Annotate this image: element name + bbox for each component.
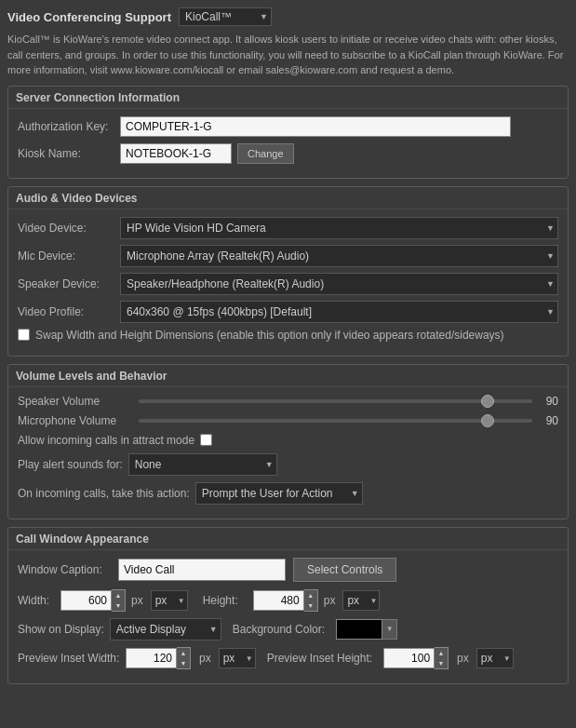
width-increment-btn[interactable]: ▲ — [112, 590, 125, 600]
height-spinner: ▲ ▼ — [253, 589, 318, 612]
show-display-wrapper: Active DisplayPrimarySecondary — [110, 618, 221, 640]
mic-volume-slider-container — [139, 419, 532, 423]
video-device-row: Video Device: HP Wide Vision HD Camera — [18, 217, 558, 239]
mic-volume-label: Microphone Volume — [18, 414, 139, 427]
preview-width-unit-select[interactable]: px — [219, 648, 256, 668]
height-input[interactable] — [253, 590, 304, 611]
speaker-device-label: Speaker Device: — [18, 277, 120, 290]
video-profile-label: Video Profile: — [18, 305, 120, 318]
kiosk-name-row: Kiosk Name: Change — [18, 143, 558, 164]
preview-height-label: Preview Inset Height: — [267, 652, 372, 665]
width-decrement-btn[interactable]: ▼ — [112, 600, 125, 611]
change-button[interactable]: Change — [237, 143, 294, 164]
kiocall-dropdown[interactable]: KioCall™None — [179, 7, 272, 26]
incoming-action-wrapper: Prompt the User for ActionAuto AcceptAut… — [195, 482, 363, 505]
bg-color-arrow[interactable]: ▼ — [382, 619, 397, 640]
show-display-select[interactable]: Active DisplayPrimarySecondary — [110, 618, 221, 640]
incoming-action-row: On incoming calls, take this action: Pro… — [18, 482, 558, 505]
mic-device-wrapper: Microphone Array (Realtek(R) Audio) — [120, 245, 558, 267]
height-decrement-btn[interactable]: ▼ — [304, 600, 317, 611]
video-device-label: Video Device: — [18, 222, 120, 235]
incoming-action-select[interactable]: Prompt the User for ActionAuto AcceptAut… — [195, 482, 363, 505]
alert-sounds-wrapper: NoneAll CallsInternal Only — [128, 453, 277, 476]
preview-height-px-dropdown: px — [476, 648, 514, 668]
video-profile-wrapper: 640x360 @ 15fps (400kbps) [Default] — [120, 301, 558, 323]
mic-device-select[interactable]: Microphone Array (Realtek(R) Audio) — [120, 245, 558, 267]
alert-sounds-label: Play alert sounds for: — [18, 458, 123, 471]
swap-dimensions-label: Swap Width and Height Dimensions (enable… — [35, 329, 504, 342]
mic-volume-value: 90 — [532, 414, 558, 427]
attract-mode-checkbox[interactable] — [200, 434, 212, 446]
audio-video-section: Audio & Video Devices Video Device: HP W… — [7, 186, 569, 357]
auth-key-label: Authorization Key: — [18, 120, 120, 133]
alert-sounds-select[interactable]: NoneAll CallsInternal Only — [128, 453, 277, 476]
page-title: Video Conferencing Support — [7, 10, 171, 24]
auth-key-input[interactable] — [120, 116, 511, 137]
mic-volume-slider[interactable] — [139, 419, 532, 423]
preview-height-spinner: ▲ ▼ — [383, 647, 449, 669]
display-bg-row: Show on Display: Active DisplayPrimarySe… — [18, 618, 558, 640]
alert-sounds-row: Play alert sounds for: NoneAll CallsInte… — [18, 453, 558, 476]
height-increment-btn[interactable]: ▲ — [304, 590, 317, 600]
kiocall-dropdown-wrapper: KioCall™None — [179, 7, 272, 26]
swap-dimensions-row: Swap Width and Height Dimensions (enable… — [18, 329, 558, 342]
height-px-dropdown: px — [342, 590, 380, 611]
mic-device-row: Mic Device: Microphone Array (Realtek(R)… — [18, 245, 558, 267]
preview-height-input[interactable] — [383, 648, 435, 668]
preview-height-increment-btn[interactable]: ▲ — [435, 648, 448, 658]
preview-width-label: Preview Inset Width: — [18, 652, 120, 665]
preview-height-decrement-btn[interactable]: ▼ — [435, 658, 448, 668]
volume-title: Volume Levels and Behavior — [8, 365, 568, 387]
swap-dimensions-checkbox[interactable] — [18, 329, 30, 341]
video-profile-select[interactable]: 640x360 @ 15fps (400kbps) [Default] — [120, 301, 558, 323]
server-connection-title: Server Connection Information — [8, 87, 568, 109]
video-device-select[interactable]: HP Wide Vision HD Camera — [120, 217, 558, 239]
preview-height-px-label: px — [457, 652, 469, 665]
preview-width-px-dropdown: px — [219, 648, 256, 668]
preview-width-px-label: px — [199, 652, 211, 665]
preview-width-input[interactable] — [126, 648, 177, 668]
preview-width-spinner-btns: ▲ ▼ — [177, 647, 191, 669]
speaker-device-row: Speaker Device: Speaker/Headphone (Realt… — [18, 273, 558, 295]
server-connection-section: Server Connection Information Authorizat… — [7, 86, 569, 179]
attract-mode-label: Allow incoming calls in attract mode — [18, 434, 194, 447]
speaker-volume-slider-container — [139, 399, 532, 403]
speaker-volume-label: Speaker Volume — [18, 395, 139, 408]
mic-device-label: Mic Device: — [18, 249, 120, 263]
width-unit-select[interactable]: px — [151, 590, 188, 611]
height-label: Height: — [203, 594, 238, 607]
video-device-wrapper: HP Wide Vision HD Camera — [120, 217, 558, 239]
caption-input[interactable] — [118, 559, 286, 581]
mic-volume-row: Microphone Volume 90 — [18, 414, 558, 427]
auth-key-row: Authorization Key: — [18, 116, 558, 137]
preview-width-increment-btn[interactable]: ▲ — [177, 648, 190, 658]
kiosk-name-input[interactable] — [120, 143, 232, 164]
speaker-device-select[interactable]: Speaker/Headphone (Realtek(R) Audio) — [120, 273, 558, 295]
bg-color-dropdown: ▼ — [336, 619, 397, 640]
width-spinner-btns: ▲ ▼ — [112, 589, 126, 612]
speaker-volume-slider[interactable] — [139, 399, 532, 403]
caption-label: Window Caption: — [18, 563, 111, 576]
description-text: KioCall™ is KioWare's remote video conne… — [7, 32, 569, 78]
preview-height-unit-select[interactable]: px — [476, 648, 514, 668]
height-px-label: px — [324, 594, 336, 607]
preview-row: Preview Inset Width: ▲ ▼ px px Preview I… — [18, 647, 558, 669]
preview-height-spinner-btns: ▲ ▼ — [435, 647, 449, 669]
audio-video-title: Audio & Video Devices — [8, 187, 568, 209]
speaker-device-wrapper: Speaker/Headphone (Realtek(R) Audio) — [120, 273, 558, 295]
select-controls-button[interactable]: Select Controls — [293, 558, 396, 582]
volume-section: Volume Levels and Behavior Speaker Volum… — [7, 364, 569, 519]
bg-color-swatch[interactable] — [336, 619, 382, 640]
width-input[interactable] — [60, 590, 112, 611]
preview-width-spinner: ▲ ▼ — [126, 647, 191, 669]
call-window-title: Call Window Appearance — [8, 528, 568, 550]
preview-width-decrement-btn[interactable]: ▼ — [177, 658, 190, 668]
speaker-volume-row: Speaker Volume 90 — [18, 395, 558, 408]
caption-row: Window Caption: Select Controls — [18, 558, 558, 582]
width-label: Width: — [18, 594, 55, 607]
dimensions-row: Width: ▲ ▼ px px Height: — [18, 589, 558, 612]
speaker-volume-value: 90 — [532, 395, 558, 408]
height-unit-select[interactable]: px — [342, 590, 380, 611]
bg-color-label: Background Color: — [233, 623, 325, 636]
attract-mode-row: Allow incoming calls in attract mode — [18, 434, 558, 447]
